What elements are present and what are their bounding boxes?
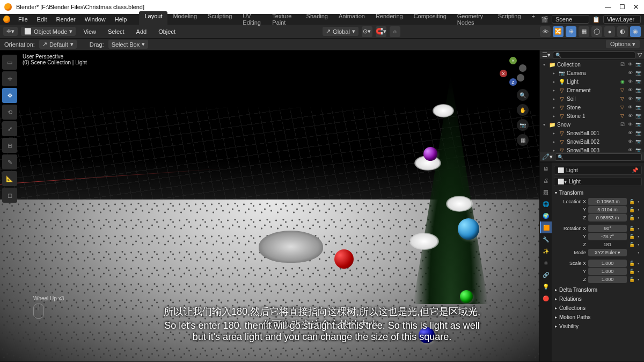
render-icon[interactable]: 📷	[635, 130, 642, 136]
anim-dot[interactable]: ●	[638, 262, 642, 265]
tab-shading[interactable]: Shading	[301, 11, 333, 27]
expand-icon[interactable]: ▸	[553, 88, 558, 93]
gizmo-toggle[interactable]: 🔀	[553, 26, 564, 37]
tool-select-box[interactable]: ▭	[2, 55, 17, 70]
camera-view-icon[interactable]: 📷	[517, 119, 529, 131]
anim-dot[interactable]: ●	[638, 235, 642, 238]
anim-dot[interactable]: ●	[638, 208, 642, 211]
tool-add-cube[interactable]: ◻	[2, 188, 17, 203]
close-button[interactable]: ✕	[632, 3, 640, 11]
mesh-data-icon[interactable]: ▽	[620, 96, 627, 101]
outliner-item-stone1[interactable]: ▸ ▽ Stone 1 ▽👁📷	[540, 112, 644, 120]
tab-geometry-nodes[interactable]: Geometry Nodes	[452, 11, 493, 27]
lock-icon[interactable]: 🔓	[629, 234, 635, 239]
snap-toggle[interactable]: 🧲▾	[376, 26, 386, 37]
collapse-icon[interactable]: ▾	[543, 122, 548, 127]
viewlayer-field[interactable]: ViewLayer	[603, 15, 641, 24]
lock-icon[interactable]: 🔓	[629, 215, 635, 220]
tab-particle-props[interactable]: ✨	[540, 245, 552, 257]
tab-rendering[interactable]: Rendering	[370, 11, 408, 27]
eye-icon[interactable]: 👁	[628, 130, 634, 136]
eye-icon[interactable]: 👁	[628, 62, 634, 67]
perspective-icon[interactable]: ▦	[517, 134, 529, 146]
viewlayer-icon[interactable]: 📋	[592, 16, 600, 23]
lock-icon[interactable]: 🔓	[629, 207, 635, 212]
tool-move[interactable]: ✥	[2, 88, 17, 103]
nav-gizmo[interactable]: X Y Z	[500, 57, 526, 84]
outliner-item-light[interactable]: ▸ 💡 Light ◉👁📷	[540, 77, 644, 86]
gizmo-x[interactable]: X	[500, 70, 507, 77]
pivot-dropdown[interactable]: ⊙▾	[362, 26, 372, 37]
tab-sculpting[interactable]: Sculpting	[202, 11, 237, 27]
xray-toggle[interactable]: ▦	[579, 26, 589, 37]
outliner-item-snowball1[interactable]: ▸ ▽ SnowBall.001 👁📷	[540, 129, 644, 137]
menu-window[interactable]: Window	[80, 15, 110, 24]
rotation-z-value[interactable]: 181	[588, 241, 627, 248]
outliner-collection[interactable]: ▾ 📁 Collection ☑👁📷	[540, 60, 644, 69]
eye-icon[interactable]: 👁	[628, 139, 634, 144]
tab-constraint-props[interactable]: 🔗	[540, 269, 552, 280]
anim-dot[interactable]: ●	[638, 200, 642, 203]
lock-icon[interactable]: 🔓	[629, 199, 635, 204]
pin-icon[interactable]: 📌	[632, 167, 638, 173]
visibility-header[interactable]: ▸Visibility	[554, 322, 642, 331]
tab-uv-editing[interactable]: UV Editing	[237, 11, 267, 27]
cursor-dropdown[interactable]: ✛▾	[3, 27, 18, 36]
render-icon[interactable]: 📷	[635, 87, 642, 93]
location-y-value[interactable]: 5.0104 m	[588, 206, 627, 213]
tab-physics-props[interactable]: ⚛	[540, 257, 552, 269]
scale-x-value[interactable]: 1.000	[588, 260, 627, 267]
tool-measure[interactable]: 📐	[2, 171, 17, 186]
gizmo-y[interactable]: Y	[509, 57, 517, 64]
tab-animation[interactable]: Animation	[333, 11, 370, 27]
eye-icon[interactable]: 👁	[628, 105, 634, 110]
motion-paths-header[interactable]: ▸Motion Paths	[554, 313, 642, 322]
gizmo-z[interactable]: Z	[509, 78, 517, 86]
outliner-tree[interactable]: ▾ 📁 Collection ☑👁📷 ▸ 📷 Camera 👁📷 ▸ 💡 Lig…	[540, 60, 644, 152]
outliner-mode-icon[interactable]: ☰▾	[542, 51, 551, 58]
pan-icon[interactable]: ✋	[517, 104, 529, 116]
eye-icon[interactable]: 👁	[628, 70, 634, 76]
eye-icon[interactable]: 👁	[628, 96, 634, 101]
transform-header[interactable]: ▾ Transform	[554, 188, 642, 197]
relations-header[interactable]: ▸Relations	[554, 294, 642, 304]
gizmo-neg2[interactable]	[517, 74, 524, 82]
tab-layout[interactable]: Layout	[139, 11, 167, 27]
outliner-item-ornament[interactable]: ▸ ▽ Ornament ▽👁📷	[540, 86, 644, 94]
header-view[interactable]: View	[79, 27, 100, 36]
collections-header[interactable]: ▸Collections	[554, 304, 642, 313]
selected-object-breadcrumb[interactable]: ⬜ Light 📌	[554, 166, 642, 175]
eye-icon[interactable]: 👁	[628, 122, 634, 127]
anim-dot[interactable]: ●	[638, 278, 642, 281]
render-icon[interactable]: 📷	[635, 105, 642, 110]
tool-cursor[interactable]: ✛	[2, 71, 17, 86]
expand-icon[interactable]: ▸	[553, 148, 558, 153]
scale-z-value[interactable]: 1.000	[588, 276, 627, 283]
render-icon[interactable]: 📷	[635, 70, 642, 76]
menu-file[interactable]: File	[14, 15, 32, 24]
render-icon[interactable]: 📷	[635, 147, 642, 152]
delta-transform-header[interactable]: ▸Delta Transform	[554, 285, 642, 294]
lock-icon[interactable]: 🔓	[629, 269, 635, 274]
header-add[interactable]: Add	[132, 27, 151, 36]
outliner-filter-icon[interactable]: ▽	[638, 51, 642, 58]
lock-icon[interactable]: 🔓	[629, 261, 635, 266]
menu-help[interactable]: Help	[111, 15, 131, 24]
anim-dot[interactable]: ●	[638, 251, 642, 254]
tab-scripting[interactable]: Scripting	[493, 11, 526, 27]
mode-dropdown[interactable]: ⬜ Object Mode ▾	[21, 27, 76, 36]
tab-scene-props[interactable]: 🌐	[540, 198, 552, 210]
tab-add-workspace[interactable]: +	[526, 11, 540, 27]
checkbox-icon[interactable]: ☑	[620, 62, 627, 67]
drag-dropdown[interactable]: Select Box ▾	[108, 40, 149, 49]
tab-world-props[interactable]: 🌍	[540, 210, 552, 221]
orientation-global[interactable]: ↗ Global ▾	[323, 27, 358, 36]
tool-scale[interactable]: ⤢	[2, 121, 17, 136]
scene-icon[interactable]: 🎬	[541, 16, 548, 23]
scene-field[interactable]: Scene	[552, 15, 589, 24]
render-icon[interactable]: 📷	[635, 139, 642, 144]
tab-viewlayer-props[interactable]: 🖼	[540, 186, 552, 198]
location-z-value[interactable]: 0.98853 m	[588, 214, 627, 221]
blender-logo-icon[interactable]	[3, 16, 10, 23]
mesh-data-icon[interactable]: ▽	[620, 113, 627, 119]
